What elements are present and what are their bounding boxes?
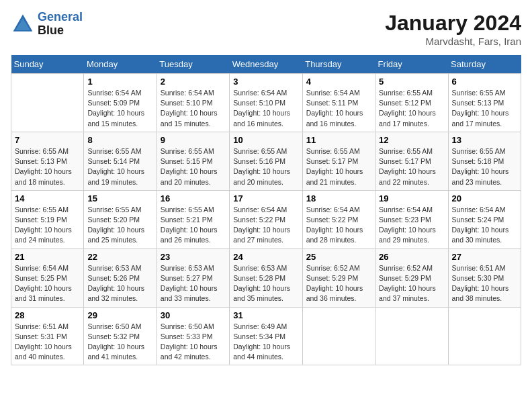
day-number: 3 xyxy=(233,77,298,87)
day-info: Sunrise: 6:55 AMSunset: 5:20 PMDaylight:… xyxy=(87,205,152,246)
day-number: 29 xyxy=(87,310,152,320)
day-cell: 2Sunrise: 6:54 AMSunset: 5:10 PMDaylight… xyxy=(157,74,229,132)
day-number: 23 xyxy=(161,252,226,262)
day-info: Sunrise: 6:54 AMSunset: 5:09 PMDaylight:… xyxy=(87,88,152,129)
weekday-header-friday: Friday xyxy=(375,55,448,74)
day-cell: 28Sunrise: 6:51 AMSunset: 5:31 PMDayligh… xyxy=(11,307,84,365)
day-number: 9 xyxy=(161,135,226,145)
day-cell: 11Sunrise: 6:55 AMSunset: 5:17 PMDayligh… xyxy=(302,132,375,190)
day-info: Sunrise: 6:54 AMSunset: 5:11 PMDaylight:… xyxy=(306,88,371,129)
weekday-header-wednesday: Wednesday xyxy=(230,55,302,74)
day-cell: 21Sunrise: 6:54 AMSunset: 5:25 PMDayligh… xyxy=(11,248,84,307)
day-cell: 9Sunrise: 6:55 AMSunset: 5:15 PMDaylight… xyxy=(157,132,229,190)
day-info: Sunrise: 6:55 AMSunset: 5:17 PMDaylight:… xyxy=(379,146,444,187)
weekday-header-saturday: Saturday xyxy=(448,55,521,74)
day-cell: 8Sunrise: 6:55 AMSunset: 5:14 PMDaylight… xyxy=(84,132,157,190)
day-number: 8 xyxy=(87,135,152,145)
day-info: Sunrise: 6:50 AMSunset: 5:32 PMDaylight:… xyxy=(87,322,152,363)
day-cell: 26Sunrise: 6:52 AMSunset: 5:29 PMDayligh… xyxy=(375,248,448,307)
day-cell: 10Sunrise: 6:55 AMSunset: 5:16 PMDayligh… xyxy=(230,132,302,190)
day-cell xyxy=(375,307,448,365)
day-info: Sunrise: 6:55 AMSunset: 5:12 PMDaylight:… xyxy=(379,88,444,129)
logo-text: General Blue xyxy=(38,11,83,38)
day-info: Sunrise: 6:54 AMSunset: 5:10 PMDaylight:… xyxy=(161,88,226,129)
week-row-1: 1Sunrise: 6:54 AMSunset: 5:09 PMDaylight… xyxy=(11,74,521,132)
day-number: 7 xyxy=(15,135,80,145)
day-number: 14 xyxy=(15,193,80,203)
month-title: January 2024 xyxy=(385,11,521,36)
day-number: 16 xyxy=(161,193,226,203)
day-cell: 13Sunrise: 6:55 AMSunset: 5:18 PMDayligh… xyxy=(448,132,521,190)
day-cell: 29Sunrise: 6:50 AMSunset: 5:32 PMDayligh… xyxy=(84,307,157,365)
day-number: 5 xyxy=(379,77,444,87)
day-cell: 23Sunrise: 6:53 AMSunset: 5:27 PMDayligh… xyxy=(157,248,229,307)
day-info: Sunrise: 6:52 AMSunset: 5:29 PMDaylight:… xyxy=(379,263,444,304)
day-number: 19 xyxy=(379,193,444,203)
day-cell: 19Sunrise: 6:54 AMSunset: 5:23 PMDayligh… xyxy=(375,190,448,248)
day-number: 13 xyxy=(452,135,517,145)
day-number: 17 xyxy=(233,193,298,203)
day-cell: 17Sunrise: 6:54 AMSunset: 5:22 PMDayligh… xyxy=(230,190,302,248)
day-info: Sunrise: 6:54 AMSunset: 5:23 PMDaylight:… xyxy=(379,205,444,246)
day-info: Sunrise: 6:54 AMSunset: 5:22 PMDaylight:… xyxy=(306,205,371,246)
day-number: 24 xyxy=(233,252,298,262)
day-number: 28 xyxy=(15,310,80,320)
day-info: Sunrise: 6:55 AMSunset: 5:13 PMDaylight:… xyxy=(15,146,80,187)
logo-icon xyxy=(11,12,35,36)
day-cell xyxy=(448,307,521,365)
day-cell: 22Sunrise: 6:53 AMSunset: 5:26 PMDayligh… xyxy=(84,248,157,307)
day-number: 15 xyxy=(87,193,152,203)
weekday-header-monday: Monday xyxy=(84,55,157,74)
day-cell xyxy=(11,74,84,132)
day-info: Sunrise: 6:50 AMSunset: 5:33 PMDaylight:… xyxy=(161,322,226,363)
day-cell: 20Sunrise: 6:54 AMSunset: 5:24 PMDayligh… xyxy=(448,190,521,248)
day-info: Sunrise: 6:55 AMSunset: 5:17 PMDaylight:… xyxy=(306,146,371,187)
day-info: Sunrise: 6:53 AMSunset: 5:26 PMDaylight:… xyxy=(87,263,152,304)
day-info: Sunrise: 6:55 AMSunset: 5:16 PMDaylight:… xyxy=(233,146,298,187)
day-cell: 7Sunrise: 6:55 AMSunset: 5:13 PMDaylight… xyxy=(11,132,84,190)
day-cell: 30Sunrise: 6:50 AMSunset: 5:33 PMDayligh… xyxy=(157,307,229,365)
weekday-header-thursday: Thursday xyxy=(302,55,375,74)
day-number: 27 xyxy=(452,252,517,262)
day-cell: 18Sunrise: 6:54 AMSunset: 5:22 PMDayligh… xyxy=(302,190,375,248)
day-number: 21 xyxy=(15,252,80,262)
calendar-table: SundayMondayTuesdayWednesdayThursdayFrid… xyxy=(11,55,521,365)
weekday-header-sunday: Sunday xyxy=(11,55,84,74)
day-info: Sunrise: 6:54 AMSunset: 5:10 PMDaylight:… xyxy=(233,88,298,129)
day-cell: 31Sunrise: 6:49 AMSunset: 5:34 PMDayligh… xyxy=(230,307,302,365)
day-info: Sunrise: 6:55 AMSunset: 5:18 PMDaylight:… xyxy=(452,146,517,187)
day-cell: 16Sunrise: 6:55 AMSunset: 5:21 PMDayligh… xyxy=(157,190,229,248)
day-number: 18 xyxy=(306,193,371,203)
day-cell: 3Sunrise: 6:54 AMSunset: 5:10 PMDaylight… xyxy=(230,74,302,132)
day-info: Sunrise: 6:52 AMSunset: 5:29 PMDaylight:… xyxy=(306,263,371,304)
day-number: 31 xyxy=(233,310,298,320)
day-info: Sunrise: 6:49 AMSunset: 5:34 PMDaylight:… xyxy=(233,322,298,363)
location-title: Marvdasht, Fars, Iran xyxy=(385,36,521,47)
day-info: Sunrise: 6:54 AMSunset: 5:24 PMDaylight:… xyxy=(452,205,517,246)
day-info: Sunrise: 6:55 AMSunset: 5:13 PMDaylight:… xyxy=(452,88,517,129)
day-cell: 14Sunrise: 6:55 AMSunset: 5:19 PMDayligh… xyxy=(11,190,84,248)
day-number: 2 xyxy=(161,77,226,87)
day-cell: 25Sunrise: 6:52 AMSunset: 5:29 PMDayligh… xyxy=(302,248,375,307)
day-number: 20 xyxy=(452,193,517,203)
day-cell: 24Sunrise: 6:53 AMSunset: 5:28 PMDayligh… xyxy=(230,248,302,307)
day-number: 10 xyxy=(233,135,298,145)
day-number: 1 xyxy=(87,77,152,87)
day-info: Sunrise: 6:51 AMSunset: 5:31 PMDaylight:… xyxy=(15,322,80,363)
day-number: 22 xyxy=(87,252,152,262)
day-cell xyxy=(302,307,375,365)
day-number: 6 xyxy=(452,77,517,87)
day-number: 30 xyxy=(161,310,226,320)
day-cell: 15Sunrise: 6:55 AMSunset: 5:20 PMDayligh… xyxy=(84,190,157,248)
day-number: 26 xyxy=(379,252,444,262)
logo: General Blue xyxy=(11,11,83,38)
day-cell: 5Sunrise: 6:55 AMSunset: 5:12 PMDaylight… xyxy=(375,74,448,132)
page-header: General Blue January 2024 Marvdasht, Far… xyxy=(11,11,521,47)
day-info: Sunrise: 6:55 AMSunset: 5:19 PMDaylight:… xyxy=(15,205,80,246)
day-info: Sunrise: 6:55 AMSunset: 5:21 PMDaylight:… xyxy=(161,205,226,246)
day-number: 12 xyxy=(379,135,444,145)
day-info: Sunrise: 6:55 AMSunset: 5:14 PMDaylight:… xyxy=(87,146,152,187)
day-cell: 12Sunrise: 6:55 AMSunset: 5:17 PMDayligh… xyxy=(375,132,448,190)
week-row-4: 21Sunrise: 6:54 AMSunset: 5:25 PMDayligh… xyxy=(11,248,521,307)
day-info: Sunrise: 6:54 AMSunset: 5:22 PMDaylight:… xyxy=(233,205,298,246)
